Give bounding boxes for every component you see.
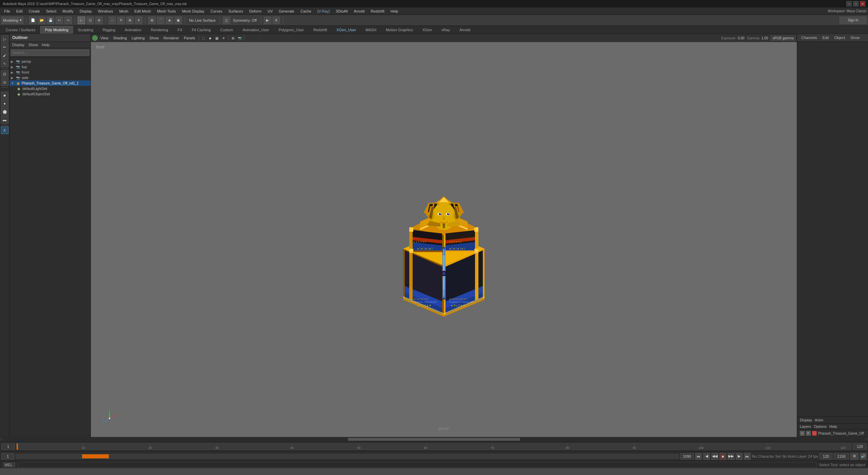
tab-custom[interactable]: Custom	[216, 26, 237, 34]
layer-color-swatch[interactable]	[812, 431, 817, 436]
max-frame-field[interactable]	[680, 453, 694, 459]
menu-help[interactable]: Help	[388, 8, 401, 14]
artisan-button[interactable]: 🖌	[1, 52, 8, 59]
layer-playback-toggle[interactable]: P	[806, 431, 811, 436]
layer-visibility-toggle[interactable]: V	[800, 431, 805, 436]
menu-display[interactable]: Display	[77, 8, 95, 14]
step-forward-button[interactable]: ▶	[736, 453, 743, 460]
go-to-start-button[interactable]: ⏮	[695, 453, 702, 460]
play-forward-button[interactable]: ▶▶	[728, 453, 734, 460]
move-tool-button[interactable]: ↔	[108, 17, 116, 24]
poly-sphere-button[interactable]: ●	[1, 100, 8, 107]
tab-rigging[interactable]: Rigging	[98, 26, 120, 34]
object-btn[interactable]: Object	[833, 35, 846, 40]
component-button[interactable]: ⊡	[1, 70, 8, 78]
new-scene-button[interactable]: 📄	[29, 17, 37, 24]
redo-button[interactable]: ↪	[64, 17, 72, 24]
tree-item-pharaoh[interactable]: ▼ ▣ Pharaoh_Treasure_Game_Off_nd1_1	[9, 80, 91, 86]
tab-redshift[interactable]: Redshift	[309, 26, 331, 34]
tree-item-default-light-set[interactable]: ◉ defaultLightSet	[9, 86, 91, 91]
menu-mesh-tools[interactable]: Mesh Tools	[154, 8, 178, 14]
range-end-field[interactable]	[820, 453, 832, 459]
menu-vray[interactable]: [V-Ray]	[315, 8, 332, 14]
menu-uv[interactable]: UV	[265, 8, 275, 14]
playback-prefs-button[interactable]: ⚙	[850, 453, 859, 460]
menu-edit[interactable]: Edit	[14, 8, 25, 14]
poly-plane-button[interactable]: ▬	[1, 116, 8, 124]
gamma-dropdown[interactable]: sRGB gamma	[771, 36, 795, 41]
open-scene-button[interactable]: 📂	[38, 17, 45, 24]
outliner-menu-display[interactable]: Display	[11, 42, 26, 47]
universal-manip-button[interactable]: ✦	[135, 17, 142, 24]
outliner-menu-help[interactable]: Help	[41, 42, 51, 47]
vp-wireframe-button[interactable]: ⬚	[200, 35, 206, 41]
viewport[interactable]: View Shading Lighting Show Renderer Pane…	[91, 34, 797, 437]
layers-subtab[interactable]: Layers	[800, 424, 811, 429]
vp-menu-view[interactable]: View	[98, 35, 111, 41]
end-frame-input[interactable]	[853, 443, 867, 450]
command-line[interactable]	[18, 462, 816, 468]
tab-curves-surfaces[interactable]: Curves / Surfaces	[1, 26, 40, 34]
timeline-slider[interactable]: 10 20 30 40 50 60 70 80 90 100	[16, 443, 852, 450]
display-tab[interactable]: Display	[800, 418, 812, 422]
render-button[interactable]: ▶	[264, 17, 271, 24]
vp-smooth-button[interactable]: ■	[207, 35, 213, 41]
menu-edit-mesh[interactable]: Edit Mesh	[132, 8, 154, 14]
snap-point-button[interactable]: ◈	[166, 17, 173, 24]
save-scene-button[interactable]: 💾	[47, 17, 54, 24]
scale-tool-button[interactable]: ⊞	[126, 17, 134, 24]
tab-fit-caching[interactable]: Fit Caching	[188, 26, 215, 34]
tab-animation-user[interactable]: Animation_User	[238, 26, 273, 34]
menu-create[interactable]: Create	[26, 8, 43, 14]
vp-menu-shading[interactable]: Shading	[111, 35, 129, 41]
search-input[interactable]	[11, 50, 89, 56]
sign-in-button[interactable]: Sign In	[840, 17, 867, 24]
current-frame-field[interactable]	[1, 453, 14, 459]
select-mode-button[interactable]: ▷	[1, 35, 8, 43]
menu-modify[interactable]: Modify	[60, 8, 76, 14]
snap-grid-button[interactable]: ⊞	[148, 17, 156, 24]
tab-motion-graphics[interactable]: Motion Graphics	[381, 26, 417, 34]
menu-file[interactable]: File	[1, 8, 13, 14]
mel-tag[interactable]: MEL	[3, 462, 15, 468]
paint-select-button[interactable]: ⊕	[95, 17, 103, 24]
vp-grid-button[interactable]: ⊞	[230, 35, 236, 41]
vp-menu-lighting[interactable]: Lighting	[130, 35, 147, 41]
xgen-icon[interactable]: X	[1, 127, 8, 134]
tab-xgen-user[interactable]: XGen_User	[332, 26, 360, 34]
menu-select[interactable]: Select	[43, 8, 59, 14]
symmetry-button[interactable]: ◫	[223, 17, 230, 24]
minimize-button[interactable]: ─	[846, 1, 852, 6]
play-back-button[interactable]: ◀◀	[711, 453, 718, 460]
select-tool-button[interactable]: ▷	[78, 17, 85, 24]
go-to-end-button[interactable]: ⏭	[744, 453, 751, 460]
rotate-tool-button[interactable]: ↻	[117, 17, 125, 24]
cv-curve-button[interactable]: ∿	[1, 60, 8, 67]
mode-dropdown[interactable]: Modeling ▾	[1, 17, 23, 24]
tree-item-default-object-set[interactable]: ◉ defaultObjectSet	[9, 91, 91, 97]
soft-select-button[interactable]: ◎	[1, 78, 8, 86]
vp-menu-panels[interactable]: Panels	[182, 35, 197, 41]
undo-button[interactable]: ↩	[56, 17, 63, 24]
close-button[interactable]: ✕	[860, 1, 865, 6]
audio-button[interactable]: 🔊	[860, 453, 867, 460]
max-end-field[interactable]	[834, 453, 849, 459]
vp-light-button[interactable]: ☀	[221, 35, 227, 41]
tab-xgen[interactable]: XGen	[418, 26, 436, 34]
tab-vray[interactable]: vRay	[437, 26, 454, 34]
tree-item-front[interactable]: ▶ 📷 front	[9, 70, 91, 75]
lasso-select-button[interactable]: ⊡	[86, 17, 94, 24]
menu-windows[interactable]: Windows	[95, 8, 116, 14]
help-subtab[interactable]: Help	[829, 424, 837, 429]
menu-mesh-display[interactable]: Mesh Display	[179, 8, 207, 14]
step-back-button[interactable]: ◀	[703, 453, 710, 460]
menu-curves[interactable]: Curves	[208, 8, 225, 14]
snap-surface-button[interactable]: ▣	[175, 17, 182, 24]
ipr-render-button[interactable]: ⏸	[273, 17, 280, 24]
maximize-button[interactable]: □	[853, 1, 859, 6]
h-scroll-track[interactable]	[3, 438, 865, 441]
vp-menu-renderer[interactable]: Renderer	[161, 35, 181, 41]
anim-tab[interactable]: Anim	[815, 418, 823, 422]
start-frame-input[interactable]	[1, 443, 15, 450]
menu-generate[interactable]: Generate	[276, 8, 297, 14]
